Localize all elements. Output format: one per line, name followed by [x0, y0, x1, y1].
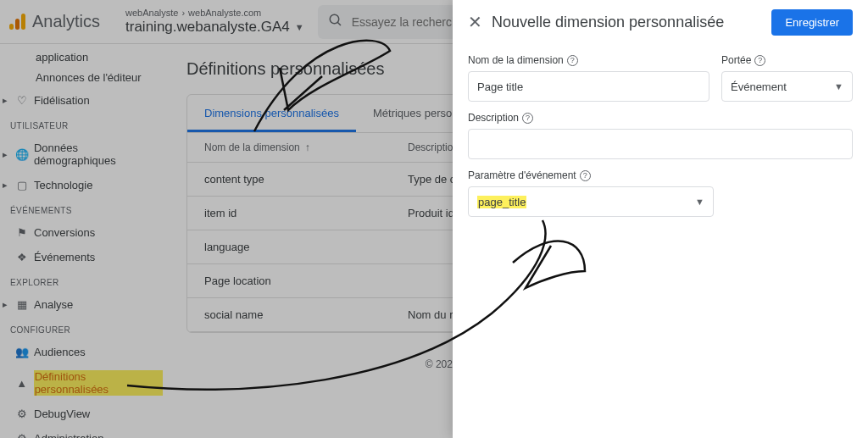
triangle-icon: ▲ — [10, 377, 34, 390]
scope-label: Portée? — [721, 54, 853, 66]
gear-icon: ⚙ — [10, 432, 34, 438]
svg-rect-1 — [15, 19, 19, 30]
help-icon[interactable]: ? — [522, 113, 533, 124]
search-icon — [328, 13, 343, 30]
flag-icon: ⚑ — [10, 226, 34, 239]
svg-line-4 — [337, 22, 341, 25]
sidebar-item-admin[interactable]: ⚙Administration — [0, 426, 170, 438]
save-button[interactable]: Enregistrer — [771, 9, 853, 36]
sidebar: application Annonces de l'éditeur ▸♡Fidé… — [0, 44, 170, 438]
device-icon: ▢ — [10, 179, 34, 191]
sidebar-item-analysis[interactable]: ▸▦Analyse — [0, 292, 170, 317]
sidebar-item-demographics[interactable]: ▸🌐Données démographiques — [0, 136, 170, 173]
chevron-down-icon: ▼ — [695, 197, 704, 207]
help-icon[interactable]: ? — [580, 170, 591, 181]
tag-icon: ❖ — [10, 251, 34, 263]
sidebar-item-technology[interactable]: ▸▢Technologie — [0, 173, 170, 197]
description-input[interactable] — [468, 129, 853, 159]
col-name[interactable]: Nom de la dimension↑ — [204, 141, 408, 153]
close-button[interactable]: ✕ — [468, 12, 492, 32]
help-icon[interactable]: ? — [754, 55, 765, 66]
caret-down-icon: ▼ — [295, 22, 304, 32]
sidebar-item-conversions[interactable]: ⚑Conversions — [0, 220, 170, 245]
col-desc[interactable]: Description — [408, 141, 459, 153]
sidebar-section: UTILISATEUR — [0, 113, 170, 136]
analytics-logo-icon — [2, 12, 32, 32]
dimension-name-label: Nom de la dimension? — [468, 54, 709, 66]
globe-icon: 🌐 — [10, 148, 34, 161]
sidebar-item-custom-definitions[interactable]: ▲Définitions personnalisées — [0, 364, 170, 402]
svg-point-3 — [330, 14, 339, 24]
brand-label: Analytics — [32, 12, 100, 31]
event-param-select[interactable]: page_title▼ — [468, 186, 714, 217]
sidebar-subitem[interactable]: Annonces de l'éditeur — [0, 68, 170, 88]
dimension-name-input[interactable] — [468, 71, 709, 102]
sidebar-item-retention[interactable]: ▸♡Fidélisation — [0, 88, 170, 113]
sidebar-item-debugview[interactable]: ⚙DebugView — [0, 402, 170, 426]
sidebar-section: ÉVÉNEMENTS — [0, 197, 170, 220]
sidebar-section: EXPLORER — [0, 269, 170, 292]
svg-rect-0 — [9, 24, 14, 30]
sort-up-icon: ↑ — [305, 141, 310, 153]
scope-select[interactable]: Événement▼ — [721, 71, 853, 102]
grid-icon: ▦ — [10, 298, 34, 311]
svg-rect-2 — [21, 14, 25, 30]
chevron-down-icon: ▼ — [834, 81, 843, 91]
property-selector[interactable]: training.webanalyste.GA4 ▼ — [125, 19, 304, 36]
tab-dimensions[interactable]: Dimensions personnalisées — [187, 95, 356, 132]
sidebar-item-events[interactable]: ❖Événements — [0, 245, 170, 269]
side-panel: ✕ Nouvelle dimension personnalisée Enreg… — [453, 0, 868, 438]
sidebar-section: CONFIGURER — [0, 317, 170, 340]
gear-icon: ⚙ — [10, 408, 34, 420]
description-label: Description? — [468, 112, 853, 124]
sidebar-subitem[interactable]: application — [0, 47, 170, 68]
event-param-label: Paramètre d'événement? — [468, 169, 714, 181]
breadcrumb[interactable]: webAnalyste›webAnalyste.com — [125, 8, 304, 18]
sidebar-item-audiences[interactable]: 👥Audiences — [0, 340, 170, 364]
heart-icon: ♡ — [10, 94, 34, 107]
panel-title: Nouvelle dimension personnalisée — [492, 14, 771, 31]
help-icon[interactable]: ? — [567, 55, 578, 66]
people-icon: 👥 — [10, 346, 34, 358]
